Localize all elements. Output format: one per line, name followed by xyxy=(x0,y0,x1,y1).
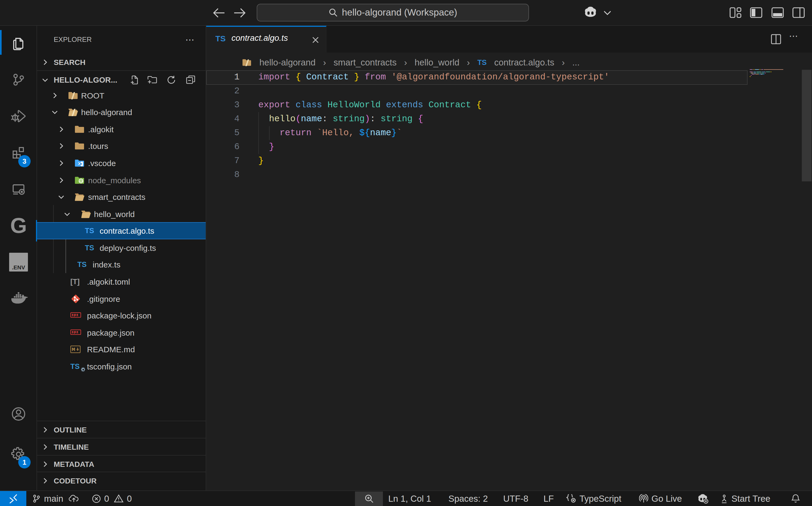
svg-text:JS: JS xyxy=(79,179,82,182)
